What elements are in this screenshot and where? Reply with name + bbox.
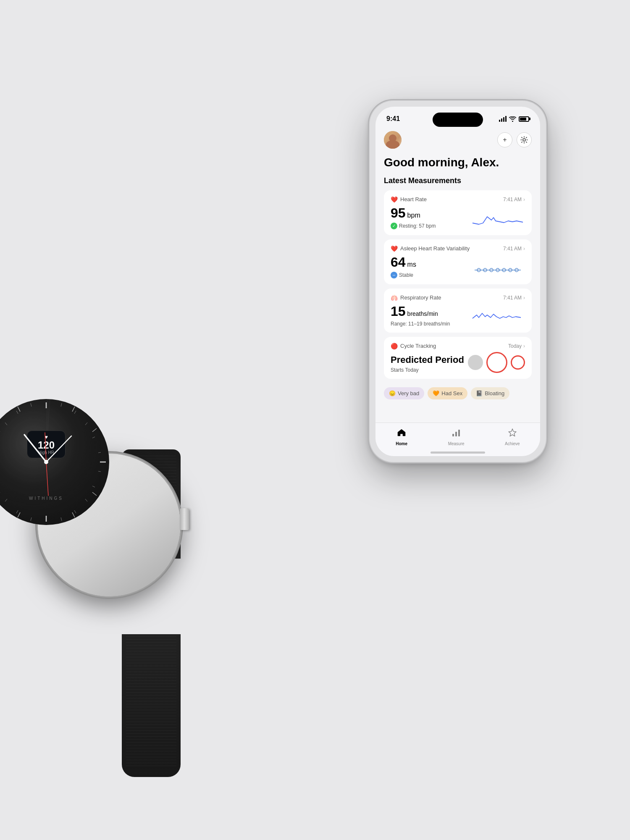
card-respiratory-sub: Range: 11–19 breaths/min — [391, 321, 470, 327]
cycle-circles — [468, 352, 525, 373]
card-heart-rate-title: ❤️ Heart Rate — [391, 196, 427, 203]
tag-bloating[interactable]: 📓 Bloating — [471, 387, 509, 399]
watch-dial: ♥ 120 High HR — [0, 399, 109, 525]
card-respiratory-title: 🫁 Respiratory Rate — [391, 294, 441, 301]
card-heart-rate-value: 95 bpm — [391, 205, 470, 221]
status-time: 9:41 — [386, 115, 400, 123]
card-respiratory-left: 15 breaths/min Range: 11–19 breaths/min — [391, 304, 470, 327]
app-header: + — [384, 128, 532, 155]
settings-icon — [520, 136, 528, 144]
svg-point-37 — [523, 139, 525, 141]
chevron-icon-4: › — [523, 343, 525, 349]
cycle-icon: 🔴 — [391, 343, 398, 349]
cycle-predicted-label: Predicted Period — [391, 354, 468, 365]
status-icons — [499, 116, 529, 122]
watch-case: ♥ 120 High HR — [38, 454, 181, 596]
phone-frame: 9:41 — [370, 101, 546, 462]
avatar[interactable] — [384, 131, 402, 149]
card-cycle-time: Today › — [508, 343, 525, 349]
section-title-measurements: Latest Measurements — [384, 176, 532, 185]
chevron-icon: › — [523, 197, 525, 202]
card-cycle[interactable]: 🔴 Cycle Tracking Today › Predicted Perio… — [384, 337, 532, 379]
card-hrv-body: 64 ms ↔ Stable — [391, 255, 525, 278]
check-green-icon: ✓ — [391, 223, 397, 229]
resp-chart — [470, 306, 525, 327]
battery-fill — [520, 118, 526, 121]
chevron-icon-3: › — [523, 295, 525, 301]
card-heart-rate-time: 7:41 AM › — [503, 197, 525, 202]
card-hrv-time: 7:41 AM › — [503, 246, 525, 252]
dynamic-island — [433, 113, 483, 127]
card-heart-rate-sub: ✓ Resting: 57 bpm — [391, 223, 470, 229]
card-hrv-sub: ↔ Stable — [391, 272, 470, 278]
card-respiratory[interactable]: 🫁 Respiratory Rate 7:41 AM › 1 — [384, 289, 532, 333]
bottom-nav: Home Measure — [375, 423, 540, 456]
hr-chart — [470, 208, 525, 229]
cycle-circle-grey — [468, 355, 483, 370]
card-cycle-title: 🔴 Cycle Tracking — [391, 343, 436, 349]
svg-rect-47 — [455, 432, 457, 436]
greeting: Good morning, Alex. — [384, 155, 532, 170]
nav-home[interactable]: Home — [396, 428, 407, 446]
avatar-image — [384, 131, 402, 149]
lungs-icon: 🫁 — [391, 294, 398, 301]
tag-had-sex[interactable]: 🧡 Had Sex — [428, 387, 467, 399]
achieve-icon — [508, 428, 517, 440]
nav-achieve[interactable]: Achieve — [505, 428, 520, 446]
watch-brand: WITHINGS — [29, 496, 63, 501]
bloating-emoji: 📓 — [476, 390, 483, 396]
header-actions: + — [497, 132, 532, 147]
nav-measure[interactable]: Measure — [448, 428, 465, 446]
sex-emoji: 🧡 — [433, 390, 439, 396]
settings-button[interactable] — [517, 132, 532, 147]
svg-point-36 — [44, 460, 48, 464]
signal-bar-4 — [505, 116, 507, 122]
cycle-sub: Starts Today — [391, 367, 468, 373]
home-icon — [397, 428, 406, 440]
wifi-icon — [509, 116, 516, 122]
bad-emoji: 😞 — [389, 390, 396, 396]
heart-icon-2: ❤️ — [391, 245, 398, 252]
watch-strap-bottom — [122, 634, 181, 777]
add-button[interactable]: + — [497, 132, 512, 147]
chevron-icon-2: › — [523, 246, 525, 252]
nav-measure-label: Measure — [448, 441, 465, 446]
home-indicator — [430, 452, 485, 454]
card-hrv-left: 64 ms ↔ Stable — [391, 255, 470, 278]
watch-container: ♥ 120 High HR — [84, 428, 319, 722]
measure-icon — [452, 428, 461, 440]
card-respiratory-time: 7:41 AM › — [503, 295, 525, 301]
card-respiratory-body: 15 breaths/min Range: 11–19 breaths/min — [391, 304, 525, 327]
signal-bars-icon — [499, 116, 507, 122]
tag-very-bad[interactable]: 😞 Very bad — [384, 387, 424, 399]
card-heart-rate[interactable]: ❤️ Heart Rate 7:41 AM › 95 — [384, 190, 532, 235]
card-heart-rate-body: 95 bpm ✓ Resting: 57 bpm — [391, 205, 525, 229]
card-respiratory-value: 15 breaths/min — [391, 304, 470, 319]
cycle-circle-small — [511, 355, 525, 370]
signal-bar-1 — [499, 120, 500, 122]
card-heart-rate-left: 95 bpm ✓ Resting: 57 bpm — [391, 205, 470, 229]
scene: ♥ 120 High HR — [84, 84, 546, 756]
svg-line-35 — [45, 433, 46, 462]
nav-home-label: Home — [396, 441, 407, 446]
signal-bar-2 — [501, 118, 502, 122]
watch-crown — [180, 508, 189, 530]
phone-screen: 9:41 — [375, 107, 540, 456]
svg-rect-48 — [458, 430, 460, 436]
svg-rect-46 — [452, 434, 454, 436]
card-hrv[interactable]: ❤️ Asleep Heart Rate Variability 7:41 AM… — [384, 239, 532, 284]
nav-achieve-label: Achieve — [505, 441, 520, 446]
heart-icon: ❤️ — [391, 196, 398, 203]
symptom-tags: 😞 Very bad 🧡 Had Sex 📓 Bloating — [384, 383, 532, 403]
card-hrv-title: ❤️ Asleep Heart Rate Variability — [391, 245, 470, 252]
svg-line-32 — [24, 435, 46, 462]
signal-bar-3 — [503, 117, 504, 122]
stable-icon: ↔ — [391, 272, 397, 278]
card-cycle-body: Predicted Period Starts Today — [391, 352, 525, 373]
battery-icon — [519, 116, 529, 122]
hrv-chart — [470, 257, 525, 278]
card-cycle-left: Predicted Period Starts Today — [391, 354, 468, 373]
app-content[interactable]: + Good morning, Alex. Latest M — [375, 128, 540, 456]
svg-line-34 — [46, 462, 48, 496]
phone-container: 9:41 — [370, 101, 546, 722]
